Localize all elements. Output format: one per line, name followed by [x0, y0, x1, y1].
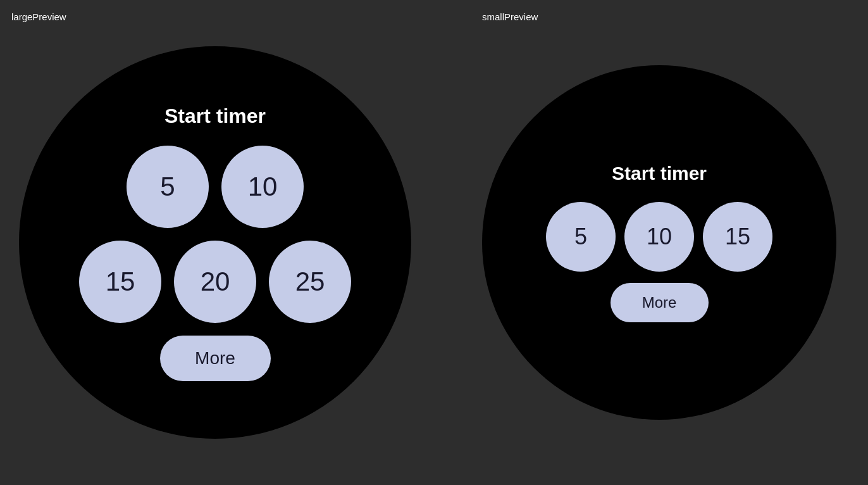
large-watch-row2: 15 20 25: [79, 241, 351, 323]
large-watch-row1: 5 10: [127, 146, 304, 228]
small-timer-btn-10[interactable]: 10: [624, 202, 694, 272]
small-timer-btn-15[interactable]: 15: [703, 202, 772, 272]
large-more-button[interactable]: More: [160, 336, 271, 381]
small-watch-face: Start timer 5 10 15 More: [482, 65, 836, 420]
large-timer-btn-20[interactable]: 20: [174, 241, 256, 323]
large-watch-face: Start timer 5 10 15 20 25 More: [19, 46, 411, 439]
small-preview-label: smallPreview: [482, 11, 538, 22]
large-timer-btn-5[interactable]: 5: [127, 146, 209, 228]
small-watch-row1: 5 10 15: [546, 202, 772, 272]
large-timer-btn-10[interactable]: 10: [221, 146, 304, 228]
small-timer-btn-5[interactable]: 5: [546, 202, 616, 272]
large-watch-title: Start timer: [164, 104, 266, 128]
large-timer-btn-25[interactable]: 25: [269, 241, 351, 323]
large-timer-btn-15[interactable]: 15: [79, 241, 161, 323]
small-watch-title: Start timer: [612, 163, 707, 184]
small-more-button[interactable]: More: [611, 283, 709, 322]
large-preview-label: largePreview: [11, 11, 66, 22]
